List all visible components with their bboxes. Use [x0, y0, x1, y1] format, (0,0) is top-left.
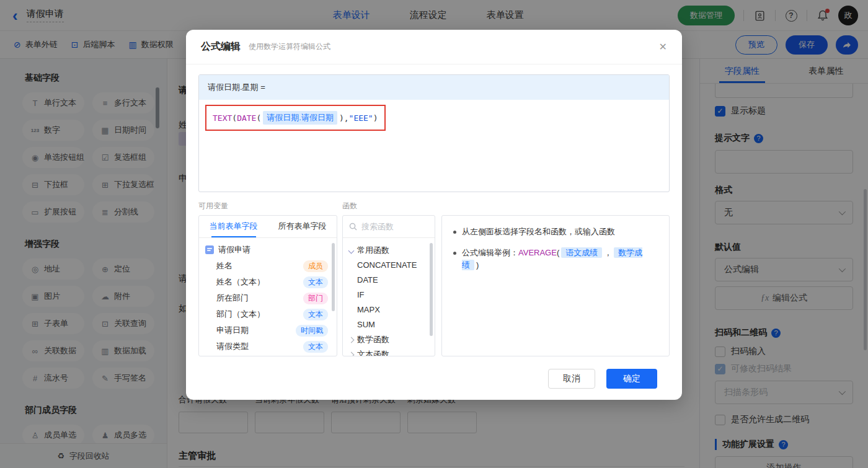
- field-token: 语文成绩: [561, 247, 602, 258]
- chevron-right-icon: [348, 337, 355, 343]
- group-text-functions[interactable]: 文本函数: [349, 347, 435, 356]
- type-badge-timestamp: 时间戳: [296, 325, 328, 337]
- chevron-right-icon: [348, 351, 355, 356]
- dialog-header: 公式编辑 使用数学运算符编辑公式 ✕: [186, 30, 682, 64]
- search-icon: [349, 223, 357, 231]
- group-math-functions[interactable]: 数学函数: [349, 332, 435, 347]
- function-search-input[interactable]: [361, 222, 423, 231]
- hint-panel: 从左侧面板选择字段名和函数，或输入函数 公式编辑举例：AVERAGE(语文成绩，…: [441, 215, 670, 356]
- variable-item[interactable]: 所在部门 部门: [205, 290, 332, 306]
- function-item[interactable]: MAPX: [349, 302, 435, 317]
- panel-labels: 可用变量 函数: [198, 201, 670, 211]
- function-token: DATE: [237, 113, 256, 123]
- close-icon[interactable]: ✕: [659, 41, 667, 53]
- confirm-button[interactable]: 确定: [606, 369, 657, 389]
- function-item[interactable]: SUM: [349, 317, 435, 332]
- tab-all-form-fields[interactable]: 所有表单字段: [268, 216, 337, 237]
- variables-panel: 当前表单字段 所有表单字段 请假申请 姓名 成员 姓名（文本） 文本: [198, 215, 337, 356]
- dialog-subtitle: 使用数学运算符编辑公式: [249, 42, 330, 52]
- field-token[interactable]: 请假日期.请假日期: [263, 111, 337, 125]
- variable-item[interactable]: 部门（文本） 文本: [205, 306, 332, 322]
- chevron-down-icon: [348, 247, 355, 254]
- bullet-icon: [453, 252, 456, 255]
- dialog-body: 请假日期.星期 = TEXT(DATE(请假日期.请假日期),"EEE") 可用…: [186, 64, 682, 389]
- type-badge-text: 文本: [303, 341, 328, 353]
- functions-scrollbar[interactable]: [430, 243, 433, 336]
- function-item[interactable]: CONCATENATE: [349, 258, 435, 273]
- hint-line-1: 从左侧面板选择字段名和函数，或输入函数: [453, 226, 658, 238]
- type-badge-text: 文本: [303, 276, 328, 288]
- variable-item[interactable]: 申请日期 时间戳: [205, 322, 332, 338]
- document-icon: [205, 245, 214, 254]
- formula-edit-dialog: 公式编辑 使用数学运算符编辑公式 ✕ 请假日期.星期 = TEXT(DATE(请…: [186, 30, 682, 400]
- variables-scrollbar[interactable]: [332, 243, 335, 311]
- dialog-title: 公式编辑: [201, 40, 241, 53]
- functions-label: 函数: [342, 201, 441, 211]
- string-token: "EEE": [349, 113, 373, 123]
- variables-label: 可用变量: [198, 201, 342, 211]
- formula-input-area[interactable]: TEXT(DATE(请假日期.请假日期),"EEE"): [199, 100, 669, 136]
- function-item[interactable]: IF: [349, 288, 435, 302]
- variables-tabs: 当前表单字段 所有表单字段: [199, 216, 337, 238]
- type-badge-text: 文本: [303, 309, 328, 320]
- function-token: TEXT: [213, 113, 232, 123]
- type-badge-dept: 部门: [303, 293, 328, 304]
- group-common-functions[interactable]: 常用函数: [349, 243, 435, 258]
- variables-tree: 请假申请 姓名 成员 姓名（文本） 文本 所在部门 部门: [199, 238, 337, 355]
- variable-item[interactable]: 姓名 成员: [205, 258, 332, 274]
- formula-editor: 请假日期.星期 = TEXT(DATE(请假日期.请假日期),"EEE"): [198, 74, 670, 192]
- hint-line-2: 公式编辑举例：AVERAGE(语文成绩，数学成绩): [453, 247, 658, 272]
- tab-current-form-fields[interactable]: 当前表单字段: [199, 216, 268, 237]
- variable-item[interactable]: 姓名（文本） 文本: [205, 274, 332, 290]
- tree-root-form[interactable]: 请假申请: [205, 242, 332, 258]
- panels-row: 当前表单字段 所有表单字段 请假申请 姓名 成员 姓名（文本） 文本: [198, 215, 670, 356]
- functions-panel: 常用函数 CONCATENATE DATE IF MAPX SUM 数学函数 文…: [342, 215, 435, 356]
- dialog-footer: 取消 确定: [198, 356, 670, 389]
- function-token: AVERAGE: [518, 248, 557, 257]
- variable-item[interactable]: 请假类型 文本: [205, 338, 332, 355]
- formula-highlight-box: TEXT(DATE(请假日期.请假日期),"EEE"): [205, 105, 386, 131]
- type-badge-member: 成员: [303, 260, 328, 272]
- bullet-icon: [453, 231, 456, 234]
- function-item[interactable]: DATE: [349, 273, 435, 288]
- cancel-button[interactable]: 取消: [548, 369, 595, 389]
- function-search: [343, 216, 435, 238]
- functions-tree: 常用函数 CONCATENATE DATE IF MAPX SUM 数学函数 文…: [343, 238, 435, 356]
- formula-target: 请假日期.星期 =: [199, 75, 669, 100]
